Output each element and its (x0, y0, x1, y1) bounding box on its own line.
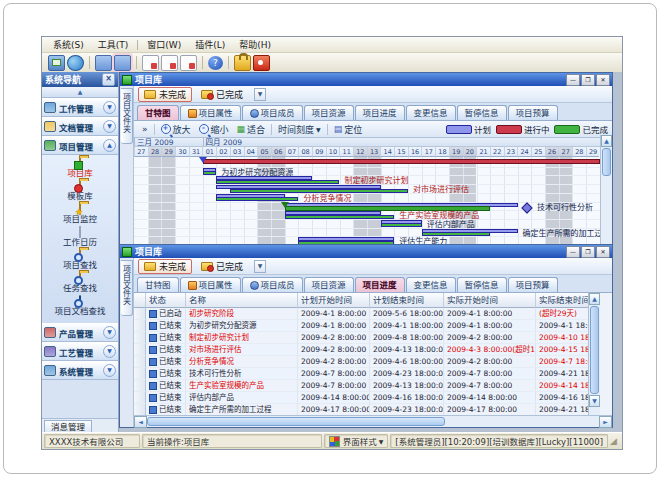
sidebar-group-4[interactable]: 工艺管理▼ (42, 342, 118, 361)
close-button[interactable]: ✕ (596, 74, 610, 86)
zoom-out-button[interactable]: -缩小 (195, 123, 233, 136)
table-tab-1[interactable]: 项目属性 (180, 277, 241, 292)
table-window-titlebar[interactable]: 项目库 — ❐ ✕ (120, 245, 612, 258)
sidebar-item-5[interactable]: 任务查找 (42, 273, 118, 293)
gantt-window-titlebar[interactable]: 项目库 — ❐ ✕ (120, 73, 612, 86)
gantt-tab-1[interactable]: 项目属性 (180, 105, 241, 120)
interface-style-button[interactable]: 界面样式 ▼ (324, 434, 389, 448)
chevron-down-icon[interactable]: ▼ (254, 260, 266, 273)
sidebar-item-1[interactable]: 模板库 (42, 181, 118, 201)
sidebar-group-3[interactable]: 产品管理▼ (42, 323, 118, 342)
globe-icon[interactable] (67, 55, 84, 71)
gantt-progress-bar[interactable] (203, 171, 217, 175)
close-icon[interactable]: × (102, 73, 115, 86)
sidebar-group-5[interactable]: 系统管理▼ (42, 361, 118, 380)
exit-icon[interactable] (253, 55, 270, 71)
gantt-tab-7[interactable]: 项目预算 (508, 105, 558, 120)
chevron-up-icon[interactable]: ▲ (103, 139, 116, 152)
sidebar-item-4[interactable]: 项目查找 (42, 250, 118, 270)
gantt-tab-4[interactable]: 项目进度 (355, 105, 405, 120)
report-icon-3[interactable] (180, 55, 197, 71)
tab-project-folders[interactable]: 项目文件夹 (121, 88, 133, 144)
table-horizontal-scrollbar[interactable]: ◄ ► (134, 415, 612, 427)
tab-project-folders[interactable]: 项目文件夹 (121, 260, 133, 316)
scroll-down-icon[interactable]: ▼ (589, 395, 600, 407)
close-button[interactable]: ✕ (596, 246, 610, 258)
sidebar-group-2[interactable]: 项目管理▲ (42, 136, 118, 155)
chevron-down-icon[interactable]: ▼ (254, 88, 266, 101)
table-row[interactable]: 已结束评估内部产品2009-4-14 8:00:002009-4-16 18:0… (134, 392, 600, 404)
gantt-tab-6[interactable]: 暂停信息 (457, 105, 507, 120)
finished-filter-button[interactable]: 已完成 (195, 259, 249, 274)
scroll-up-icon[interactable]: ▲ (589, 293, 600, 305)
column-header-3[interactable]: 计划开始时间 (298, 293, 370, 308)
table-tab-6[interactable]: 暂停信息 (457, 277, 507, 292)
sidebar-item-2[interactable]: 项目监控 (42, 204, 118, 224)
collapse-arrow-icon[interactable]: ▲ (42, 87, 118, 98)
table-row[interactable]: 已启动初步研究阶段2009-4-1 8:00:002009-5-6 18:00:… (134, 308, 600, 320)
report-icon-2[interactable] (161, 55, 178, 71)
menu-item-4[interactable]: 帮助(H) (232, 37, 278, 52)
table-tab-5[interactable]: 变更信息 (406, 277, 456, 292)
gantt-progress-bar[interactable] (216, 180, 339, 184)
table-tab-7[interactable]: 项目预算 (508, 277, 558, 292)
maximize-button[interactable]: ❐ (581, 74, 595, 86)
gantt-summary-bar[interactable] (203, 159, 600, 164)
column-header-4[interactable]: 计划结束时间 (370, 293, 444, 308)
table-tab-0[interactable]: 甘特图 (137, 277, 179, 292)
table-vertical-scrollbar[interactable]: ▲ ▼ (588, 293, 600, 415)
sidebar-item-6[interactable]: 项目文档查找 (42, 296, 118, 316)
gantt-canvas[interactable]: 为初步研究分配资源制定初步研究计划对市场进行评估分析竞争情况技术可行性分析生产实… (134, 157, 600, 245)
table-row[interactable]: 已结束确定生产所需的加工过程2009-4-17 8:00:002009-4-23… (134, 404, 600, 415)
toolbar-overflow-button[interactable]: » (138, 123, 152, 136)
menu-item-1[interactable]: 工具(T) (91, 37, 136, 52)
gantt-tab-0[interactable]: 甘特图 (137, 105, 179, 120)
sidebar-item-0[interactable]: 项目库 (42, 158, 118, 178)
gantt-progress-bar[interactable] (422, 232, 491, 236)
minimize-button[interactable]: — (566, 246, 580, 258)
gantt-vertical-scrollbar[interactable]: ▲ (600, 135, 612, 245)
column-header-5[interactable]: 实际开始时间 (444, 293, 536, 308)
scroll-thumb[interactable] (147, 417, 445, 426)
scroll-left-icon[interactable]: ◄ (134, 416, 147, 428)
gantt-tab-2[interactable]: 项目成员 (242, 105, 303, 120)
column-header-2[interactable]: 名称 (186, 293, 298, 308)
table-row[interactable]: 已结束技术可行性分析2009-4-7 8:00:002009-4-23 18:0… (134, 368, 600, 380)
sidebar-group-1[interactable]: 文档管理▼ (42, 117, 118, 136)
table-tab-3[interactable]: 项目资源 (304, 277, 354, 292)
help-icon[interactable] (208, 56, 223, 70)
chevron-down-icon[interactable]: ▼ (103, 326, 116, 339)
table-row[interactable]: 已结束对市场进行评估2009-4-2 8:00:002009-4-13 18:0… (134, 344, 600, 356)
unfinished-filter-button[interactable]: 未完成 (138, 259, 192, 274)
gantt-tab-3[interactable]: 项目资源 (304, 105, 354, 120)
unfinished-filter-button[interactable]: 未完成 (138, 87, 192, 102)
chevron-down-icon[interactable]: ▼ (103, 101, 116, 114)
progress-table[interactable]: 状态名称计划开始时间计划结束时间实际开始时间实际结束时间预算成本 已启动初步研究… (134, 293, 600, 415)
resize-grip[interactable]: ◢ (610, 435, 620, 447)
menu-item-2[interactable]: 窗口(W) (140, 37, 188, 52)
fit-button[interactable]: ▦适合 (233, 123, 270, 136)
gantt-tab-5[interactable]: 变更信息 (406, 105, 456, 120)
column-header-1[interactable]: 状态 (146, 293, 186, 308)
project-window-icon[interactable] (114, 55, 131, 71)
column-header-0[interactable] (134, 293, 146, 308)
report-icon-1[interactable] (142, 55, 159, 71)
table-row[interactable]: 已结束生产实验室规模的产品2009-4-7 8:00:002009-4-13 1… (134, 380, 600, 392)
time-scale-button[interactable]: 时间刻度▼ (274, 123, 325, 136)
menu-item-0[interactable]: 系统(S) (46, 37, 91, 52)
scroll-up-icon[interactable]: ▲ (601, 135, 612, 147)
lock-icon[interactable] (234, 55, 251, 71)
gantt-progress-bar[interactable] (381, 223, 422, 227)
workspace-icon[interactable] (48, 55, 65, 71)
gantt-progress-bar[interactable] (285, 215, 395, 219)
sidebar-group-0[interactable]: 工作管理▼ (42, 98, 118, 117)
zoom-in-button[interactable]: +放大 (157, 123, 195, 136)
table-tab-2[interactable]: 项目成员 (242, 277, 303, 292)
sidebar-item-3[interactable]: 工作日历 (42, 227, 118, 247)
folder-icon[interactable] (95, 55, 112, 71)
gantt-progress-bar[interactable] (230, 189, 408, 193)
table-row[interactable]: 已结束分析竞争情况2009-4-2 8:00:002009-4-6 18:00:… (134, 356, 600, 368)
locate-button[interactable]: ▤定位 (330, 123, 367, 136)
maximize-button[interactable]: ❐ (581, 246, 595, 258)
table-row[interactable]: 已结束制定初步研究计划2009-4-2 8:00:002009-4-8 18:0… (134, 332, 600, 344)
